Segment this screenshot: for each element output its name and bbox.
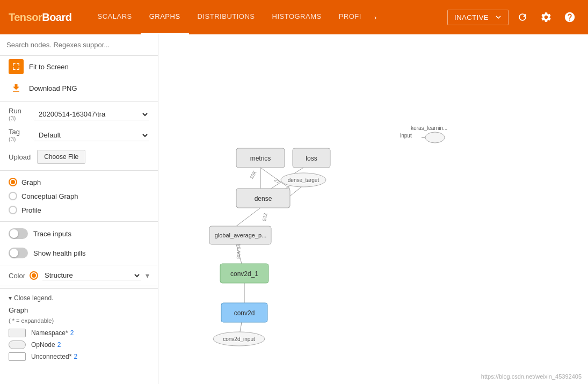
main-layout: Fit to Screen Download PNG Run (3) 20200… xyxy=(0,34,588,384)
legend-title: Graph xyxy=(9,304,149,316)
upload-section: Upload Choose File xyxy=(0,146,158,168)
trace-inputs-label: Trace inputs xyxy=(33,230,71,238)
legend-opnode-shape xyxy=(9,340,26,349)
radio-conceptual-label: Conceptual Graph xyxy=(21,192,78,200)
settings-button[interactable] xyxy=(536,8,556,27)
nav-tabs: SCALARS GRAPHS DISTRIBUTIONS HISTOGRAMS … xyxy=(89,0,448,34)
toggle-knob-health xyxy=(10,249,18,257)
radio-profile-label: Profile xyxy=(21,206,41,214)
run-row: Run (3) 20200514-163047\tra xyxy=(0,104,158,125)
fit-to-screen-button[interactable]: Fit to Screen xyxy=(0,56,158,77)
app-logo: TensorBoard xyxy=(9,11,72,24)
node-metrics-label: metrics xyxy=(250,155,271,162)
legend-toggle-button[interactable]: ▾ Close legend. xyxy=(9,292,149,304)
upload-label: Upload xyxy=(9,153,31,161)
tag-select[interactable]: Default xyxy=(34,129,149,141)
legend-namespace-shape xyxy=(9,329,26,337)
tab-distributions[interactable]: DISTRIBUTIONS xyxy=(189,0,264,34)
logo-board: Board xyxy=(42,11,71,23)
status-label: INACTIVE xyxy=(454,13,489,21)
dropdown-arrow-icon xyxy=(495,14,502,20)
legend-toggle-label: Close legend. xyxy=(14,294,53,302)
legend-item-namespace: Namespace* 2 xyxy=(9,327,149,339)
tab-scalars[interactable]: SCALARS xyxy=(89,0,141,34)
search-input[interactable] xyxy=(6,39,151,51)
refresh-button[interactable] xyxy=(513,8,532,27)
download-icon xyxy=(9,81,24,96)
refresh-icon xyxy=(517,12,528,23)
download-png-label: Download PNG xyxy=(29,84,77,92)
fit-screen-icon xyxy=(9,59,24,74)
topbar-right: INACTIVE xyxy=(447,8,579,27)
node-global-avg-label: global_average_p... xyxy=(215,232,267,238)
color-chevron-icon: ▾ xyxy=(146,271,149,280)
svg-line-2 xyxy=(236,208,260,226)
topbar: TensorBoard SCALARS GRAPHS DISTRIBUTIONS… xyxy=(0,0,588,34)
radio-graph-circle xyxy=(9,178,17,186)
color-label: Color xyxy=(9,272,25,280)
radio-conceptual-graph[interactable]: Conceptual Graph xyxy=(9,189,149,203)
graph-type-radio-group: Graph Conceptual Graph Profile xyxy=(0,173,158,219)
legend-opnode-link[interactable]: 2 xyxy=(57,341,61,349)
settings-icon xyxy=(540,11,552,23)
node-dense-target-label: dense_target xyxy=(288,177,320,183)
node-loss-label: loss xyxy=(306,155,317,162)
search-section xyxy=(0,34,158,56)
node-keras-label: keras_learnin... xyxy=(411,125,447,131)
node-conv2d-label: conv2d xyxy=(234,309,255,317)
run-count: (3) xyxy=(9,115,30,121)
fit-to-screen-label: Fit to Screen xyxy=(29,63,69,71)
node-input-label: input xyxy=(400,133,412,139)
run-select[interactable]: 20200514-163047\tra xyxy=(34,108,149,120)
tag-count: (3) xyxy=(9,136,30,142)
radio-profile-circle xyxy=(9,206,17,214)
legend-chevron-icon: ▾ xyxy=(9,294,12,302)
nav-more-button[interactable]: › xyxy=(370,0,381,34)
status-dropdown[interactable]: INACTIVE xyxy=(447,10,509,25)
edge-label-2: 27 xyxy=(273,177,281,185)
run-label: Run xyxy=(9,107,30,115)
legend-unconnected-text: Unconnected* 2 xyxy=(31,353,77,360)
legend-item-opnode: OpNode 2 xyxy=(9,339,149,351)
trace-inputs-toggle[interactable] xyxy=(9,228,28,239)
tab-graphs[interactable]: GRAPHS xyxy=(141,0,189,34)
node-conv2d-1-label: conv2d_1 xyxy=(230,270,258,278)
legend-unconnected-shape xyxy=(9,352,26,361)
node-conv2d-input-label: conv2d_input xyxy=(223,336,255,342)
node-input[interactable] xyxy=(425,132,445,143)
help-icon xyxy=(564,11,576,23)
choose-file-button[interactable]: Choose File xyxy=(37,150,85,164)
graph-canvas: metrics loss dense dense_target global_a… xyxy=(158,34,588,384)
legend-section: ▾ Close legend. Graph ( * = expandable) … xyxy=(0,288,158,366)
legend-namespace-text: Namespace* 2 xyxy=(31,329,74,337)
show-health-pills-row: Show health pills xyxy=(0,243,158,263)
download-png-button[interactable]: Download PNG xyxy=(0,77,158,99)
color-select[interactable]: Structure xyxy=(42,271,141,280)
legend-subtitle: ( * = expandable) xyxy=(9,316,149,327)
graph-area[interactable]: metrics loss dense dense_target global_a… xyxy=(158,34,588,384)
color-radio[interactable] xyxy=(30,271,38,280)
sidebar: Fit to Screen Download PNG Run (3) 20200… xyxy=(0,34,158,384)
tab-profile[interactable]: PROFI xyxy=(330,0,370,34)
tab-histograms[interactable]: HISTOGRAMS xyxy=(264,0,330,34)
edge-label-1: 10K xyxy=(249,170,258,180)
url-bar: https://blog.csdn.net/weixin_45392405 xyxy=(481,373,582,380)
edge-label-3: 512 xyxy=(262,213,268,222)
tag-row: Tag (3) Default xyxy=(0,125,158,146)
legend-unconnected-link[interactable]: 2 xyxy=(74,353,77,360)
tag-label: Tag xyxy=(9,128,30,136)
edge-label-4: 80M64 xyxy=(236,244,242,259)
radio-profile[interactable]: Profile xyxy=(9,203,149,217)
color-row: Color Structure ▾ xyxy=(0,267,158,284)
legend-namespace-link[interactable]: 2 xyxy=(70,329,74,337)
legend-item-unconnected: Unconnected* 2 xyxy=(9,351,149,363)
radio-graph-label: Graph xyxy=(21,178,41,186)
logo-tensor: Tensor xyxy=(9,11,42,23)
trace-inputs-row: Trace inputs xyxy=(0,224,158,243)
help-button[interactable] xyxy=(560,8,579,27)
show-health-pills-toggle[interactable] xyxy=(9,248,28,258)
toggle-knob xyxy=(10,229,18,238)
radio-graph[interactable]: Graph xyxy=(9,175,149,189)
radio-conceptual-circle xyxy=(9,192,17,200)
legend-opnode-text: OpNode 2 xyxy=(31,341,61,349)
